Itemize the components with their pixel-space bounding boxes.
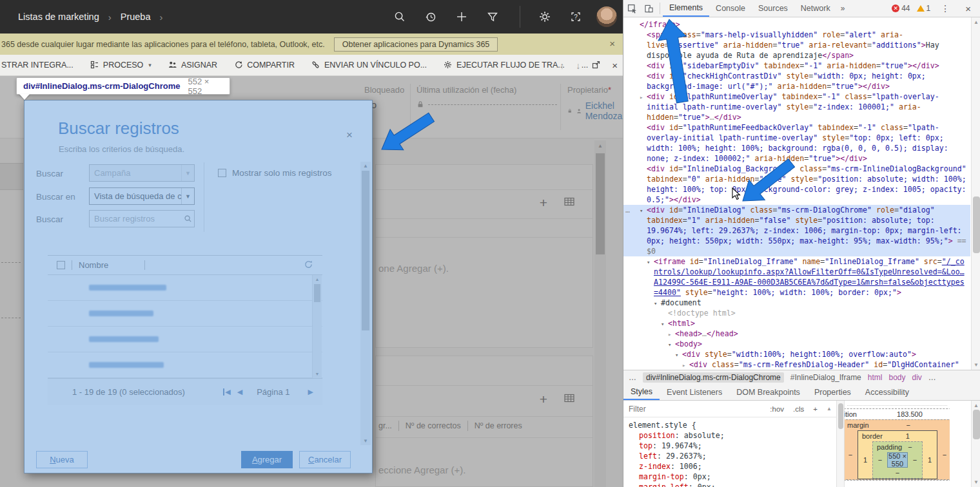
filter-icon[interactable] [486, 10, 499, 23]
view-select[interactable]: Vista de búsqueda de can▼ [89, 187, 195, 205]
warning-badge[interactable]: 1 [917, 4, 931, 13]
settings-gear-icon[interactable] [538, 10, 551, 23]
dom-node-selected[interactable]: …▾<div id="InlineDialog" class="ms-crm-D… [623, 205, 970, 256]
dom-crumb[interactable]: html [868, 373, 883, 382]
dom-crumb[interactable]: body [888, 373, 905, 382]
entity-select[interactable]: Campaña▼ [89, 164, 195, 182]
recent-history-icon[interactable] [424, 10, 437, 23]
dom-node[interactable]: ▾#document [623, 298, 970, 308]
elements-scrollbar[interactable]: ▲ ▼ [971, 17, 980, 370]
dom-node[interactable]: ▸<head>…</head> [623, 329, 970, 339]
dialog-close-icon[interactable]: × [346, 129, 353, 142]
dialog-scrollbar[interactable]: ▲ ▼ [360, 162, 371, 445]
styles-filter-input[interactable] [623, 405, 765, 414]
command-compartir[interactable]: COMPARTIR [226, 55, 303, 75]
cancel-button[interactable]: Cancelar [299, 451, 351, 468]
devtools-tab-network[interactable]: Network [794, 0, 837, 17]
dom-node[interactable]: <!doctype html> [623, 308, 970, 318]
add-button[interactable]: Agregar [241, 451, 293, 468]
css-declaration[interactable]: position: absolute; [629, 430, 836, 441]
dom-node[interactable]: <div id="checkHighContrastDiv" style="wi… [623, 71, 970, 91]
dom-crumb[interactable]: #InlineDialog_Iframe [790, 373, 861, 382]
device-toolbar-icon[interactable] [640, 0, 657, 17]
panel-tab-dom-breakpoints[interactable]: DOM Breakpoints [729, 384, 807, 400]
new-style-rule-icon[interactable]: + [808, 405, 822, 413]
column-header-nombre[interactable]: Nombre [79, 260, 108, 270]
dom-crumb[interactable]: … [928, 373, 936, 382]
toggle-hover-state[interactable]: :hov [765, 405, 789, 413]
more-tabs-icon[interactable]: » [837, 4, 849, 13]
boxmodel-scrollbar[interactable]: ▲ ▼ [971, 401, 980, 487]
styles-scrollbar[interactable] [836, 401, 844, 487]
scroll-down-icon[interactable]: ↓ [576, 61, 580, 71]
create-new-icon[interactable] [455, 10, 468, 23]
dom-node[interactable]: ▾<html> [623, 318, 970, 329]
dom-crumb[interactable]: div [912, 373, 922, 382]
dom-crumb[interactable]: div#InlineDialog.ms-crm-DialogChrome [643, 372, 784, 383]
previous-page-icon[interactable]: ◀ [237, 388, 242, 396]
breadcrumb-item-lists[interactable]: Listas de marketing [18, 12, 99, 22]
style-selector[interactable]: element.style { [629, 420, 836, 430]
devtools-menu-icon[interactable]: ⋮ [937, 3, 954, 14]
dom-node[interactable]: <div id="lpathRuntimeFeedbackOverlay" ta… [623, 122, 970, 164]
expander-icon[interactable]: ▾ [647, 257, 650, 267]
get-apps-button[interactable]: Obtener aplicaciones para Dynamics 365 [334, 37, 498, 52]
dom-node[interactable]: <div id="InlineDialog_Background" class=… [623, 164, 970, 205]
search-records-input[interactable]: Buscar registros [89, 210, 195, 227]
panel-tab-properties[interactable]: Properties [807, 384, 858, 400]
devtools-close-icon[interactable]: × [960, 3, 976, 14]
error-badge[interactable]: ✕44 [892, 4, 910, 13]
css-declaration[interactable]: margin-left: 0px; [629, 482, 836, 487]
dom-node[interactable]: </iframe> [623, 19, 970, 30]
command-ejecutar-flujo[interactable]: EJECUTAR FLUJO DE TRA... [435, 55, 573, 75]
expander-icon[interactable]: ▸ [640, 92, 643, 102]
help-icon[interactable]: ? [569, 10, 582, 23]
popout-icon[interactable] [592, 61, 600, 71]
styles-scroll-up-icon[interactable]: ▲ [822, 406, 836, 412]
expander-icon[interactable]: ▾ [668, 339, 671, 350]
command-asignar[interactable]: ASIGNAR [160, 55, 226, 75]
devtools-tab-console[interactable]: Console [709, 0, 752, 17]
result-row[interactable] [48, 327, 322, 352]
next-page-icon[interactable]: ▶ [308, 388, 313, 396]
panel-tab-event-listeners[interactable]: Event Listeners [660, 384, 729, 400]
dom-node[interactable]: ▸<div id="lpathRuntimeOverlay" tabindex=… [623, 91, 970, 122]
toggle-class[interactable]: .cls [789, 405, 808, 413]
expander-icon[interactable]: ▾ [661, 319, 664, 329]
dom-node[interactable]: ▾<body> [623, 339, 970, 349]
expander-icon[interactable]: ▾ [640, 205, 643, 216]
devtools-tab-elements[interactable]: Elements [663, 0, 709, 17]
form-close-icon[interactable]: × [612, 60, 618, 71]
css-declaration[interactable]: margin-top: 0px; [629, 472, 836, 482]
search-icon[interactable] [393, 10, 406, 23]
expander-icon[interactable]: ▸ [668, 329, 671, 339]
scroll-up-icon[interactable]: ↑ [560, 61, 564, 71]
result-row[interactable] [48, 352, 322, 378]
first-page-icon[interactable]: ◀ [223, 388, 230, 396]
results-scrollbar[interactable]: ▲ ▼ [312, 275, 322, 378]
dom-node[interactable]: ▾<iframe id="InlineDialog_Iframe" name="… [623, 256, 970, 298]
command-enviar-vinculo[interactable]: ENVIAR UN VÍNCULO PO... [303, 55, 435, 75]
devtools-tab-sources[interactable]: Sources [752, 0, 794, 17]
dom-node[interactable]: <span class="mars-help-visuallyhidden" r… [623, 30, 970, 61]
dom-node[interactable]: ▾<div style="width:100%; height:100%; ov… [623, 349, 970, 359]
user-avatar[interactable] [596, 6, 617, 27]
expander-icon[interactable]: ▾ [654, 298, 657, 309]
expander-icon[interactable]: ▸ [682, 360, 685, 370]
breadcrumb-item-prueba[interactable]: Prueba [121, 12, 151, 22]
notification-close-icon[interactable]: × [609, 38, 615, 49]
expander-icon[interactable]: ▾ [675, 350, 678, 360]
css-declaration[interactable]: top: 19.9674%; [629, 441, 836, 451]
refresh-icon[interactable] [304, 260, 313, 271]
inspect-element-icon[interactable] [623, 0, 640, 17]
dom-node[interactable]: ▸<div class="ms-crm-RefreshDialog-Header… [623, 359, 970, 370]
select-all-checkbox[interactable] [57, 261, 65, 269]
dom-crumb[interactable]: … [629, 373, 636, 382]
result-row[interactable] [48, 275, 322, 301]
result-row[interactable] [48, 301, 322, 327]
panel-tab-styles[interactable]: Styles [623, 384, 660, 400]
new-button[interactable]: Nueva [36, 451, 88, 468]
css-declaration[interactable]: z-index: 1006; [629, 461, 836, 472]
command-proceso[interactable]: PROCESO▾ [82, 55, 160, 75]
only-my-records-checkbox[interactable] [218, 169, 226, 177]
